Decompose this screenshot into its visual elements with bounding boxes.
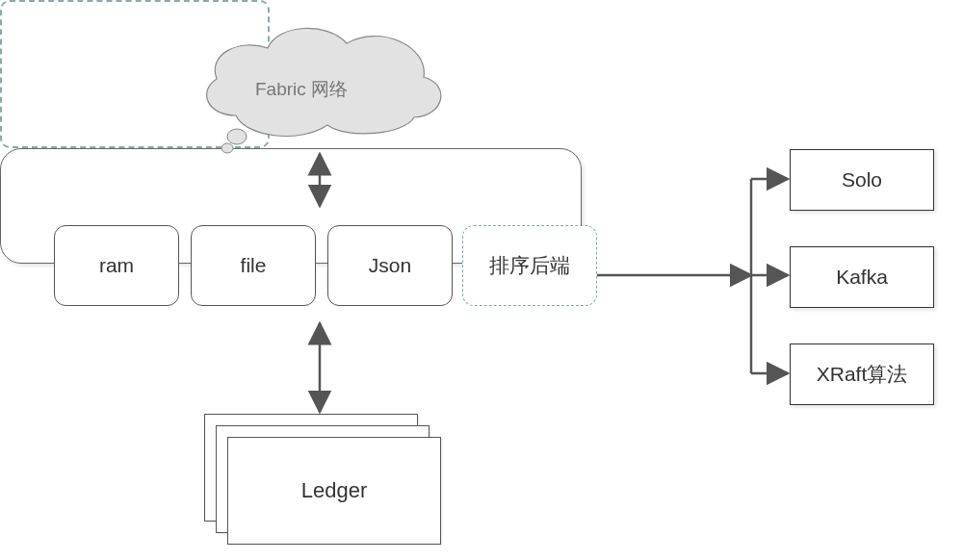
- ledger-stack-front: Ledger: [227, 437, 441, 545]
- module-sort-backend: 排序后端: [462, 225, 597, 306]
- module-json: Json: [327, 225, 453, 306]
- ledger-label: Ledger: [301, 478, 368, 503]
- fabric-network-label: Fabric 网络: [255, 77, 348, 102]
- fabric-network-cloud-frame: [0, 0, 270, 148]
- option-kafka: Kafka: [790, 246, 934, 308]
- option-solo: Solo: [790, 149, 934, 211]
- module-ram: ram: [54, 225, 179, 306]
- module-file: file: [191, 225, 316, 306]
- option-xraft: XRaft算法: [790, 344, 934, 405]
